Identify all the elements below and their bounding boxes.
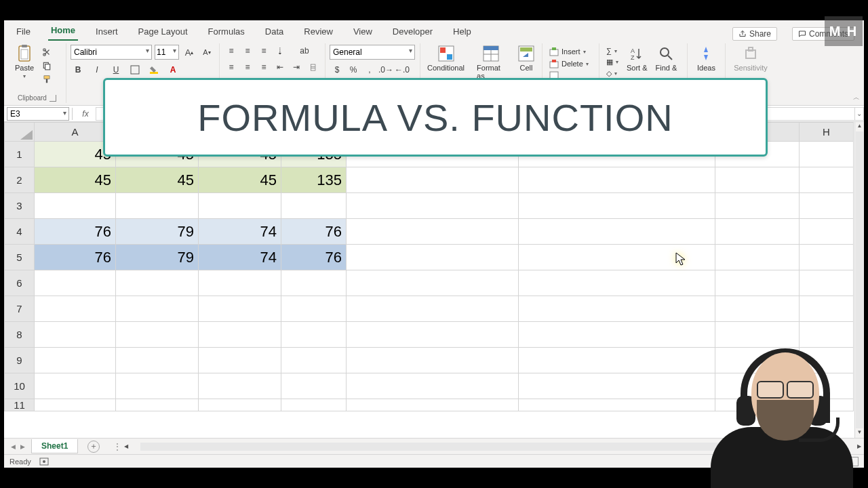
cell[interactable] <box>347 373 519 399</box>
row-header[interactable]: 9 <box>5 348 35 373</box>
insert-function-icon[interactable]: fx <box>79 108 92 120</box>
cell[interactable] <box>347 245 519 270</box>
cell[interactable] <box>347 348 519 373</box>
cell[interactable] <box>116 348 199 373</box>
bold-button[interactable]: B <box>71 64 85 76</box>
cell[interactable] <box>347 399 519 411</box>
cell[interactable]: 45 <box>199 167 281 193</box>
cell[interactable]: 76 <box>281 245 347 270</box>
cell[interactable] <box>715 296 800 322</box>
fill-color-icon[interactable] <box>146 64 161 76</box>
increase-decimal-icon[interactable]: .0→ <box>378 64 393 76</box>
align-bottom-icon[interactable]: ≡ <box>256 45 271 57</box>
cell[interactable] <box>116 193 199 219</box>
percent-format-icon[interactable]: % <box>346 64 361 76</box>
tab-data[interactable]: Data <box>262 26 286 41</box>
cell[interactable] <box>800 270 854 296</box>
comma-format-icon[interactable]: , <box>362 64 377 76</box>
decrease-indent-icon[interactable]: ⇤ <box>273 61 288 73</box>
cell[interactable] <box>347 193 519 219</box>
font-color-icon[interactable]: A <box>165 64 180 76</box>
format-painter-icon[interactable] <box>39 73 54 85</box>
cell[interactable] <box>281 399 347 411</box>
italic-button[interactable]: I <box>90 64 104 76</box>
orientation-icon[interactable]: ⭭ <box>273 45 288 57</box>
wrap-text-icon[interactable]: ab <box>297 45 312 57</box>
cell[interactable] <box>35 373 116 399</box>
cell[interactable] <box>35 296 116 322</box>
cell[interactable] <box>715 245 800 270</box>
cell[interactable] <box>519 270 715 296</box>
row-header[interactable]: 6 <box>5 270 35 296</box>
cell[interactable] <box>800 219 854 245</box>
cell[interactable] <box>199 270 281 296</box>
cell[interactable] <box>199 399 281 411</box>
row-header[interactable]: 7 <box>5 296 35 322</box>
increase-indent-icon[interactable]: ⇥ <box>289 61 304 73</box>
expand-formula-bar-icon[interactable]: ⌄ <box>854 107 864 121</box>
share-button[interactable]: Share <box>732 27 777 41</box>
align-middle-icon[interactable]: ≡ <box>240 45 255 57</box>
cell[interactable] <box>35 322 116 348</box>
row-header[interactable]: 10 <box>5 373 35 399</box>
cell[interactable] <box>715 193 800 219</box>
sheet-nav-next-icon[interactable]: ▶ <box>20 443 25 450</box>
cell[interactable] <box>281 193 347 219</box>
row-header[interactable]: 11 <box>5 399 35 411</box>
sort-filter-button[interactable]: AZ Sort & <box>624 43 650 73</box>
name-box[interactable] <box>7 107 69 121</box>
cell[interactable] <box>519 348 715 373</box>
cell[interactable] <box>800 193 854 219</box>
cell[interactable] <box>116 399 199 411</box>
cell[interactable] <box>199 296 281 322</box>
cell[interactable]: 45 <box>35 167 116 193</box>
row-header[interactable]: 8 <box>5 322 35 348</box>
scroll-left-icon[interactable]: ◀ <box>121 443 131 449</box>
cell[interactable] <box>800 245 854 270</box>
cell[interactable] <box>519 193 715 219</box>
cell[interactable] <box>800 296 854 322</box>
tab-page-layout[interactable]: Page Layout <box>136 26 191 41</box>
cell-styles-button[interactable]: Cell <box>515 43 538 73</box>
tab-file[interactable]: File <box>14 26 33 41</box>
cell[interactable]: 76 <box>35 219 116 245</box>
accounting-format-icon[interactable]: $ <box>330 64 344 76</box>
borders-icon[interactable] <box>127 64 142 76</box>
cell[interactable] <box>281 296 347 322</box>
row-header[interactable]: 1 <box>5 142 35 167</box>
cell[interactable] <box>519 296 715 322</box>
cell[interactable] <box>35 270 116 296</box>
autosum-icon[interactable]: ∑ ▾ <box>604 46 621 56</box>
cell[interactable]: 74 <box>199 245 281 270</box>
tab-formulas[interactable]: Formulas <box>205 26 248 41</box>
cell[interactable] <box>347 296 519 322</box>
cell[interactable]: 135 <box>281 167 347 193</box>
cell[interactable] <box>281 373 347 399</box>
delete-cells-button[interactable]: Delete▾ <box>547 58 591 69</box>
cell[interactable] <box>35 348 116 373</box>
cell[interactable] <box>519 373 715 399</box>
scroll-up-icon[interactable]: ▲ <box>855 122 864 131</box>
number-format-select[interactable] <box>330 45 415 60</box>
cell[interactable] <box>199 322 281 348</box>
cell[interactable] <box>347 270 519 296</box>
cell[interactable]: 76 <box>281 219 347 245</box>
cell[interactable]: 79 <box>116 245 199 270</box>
tab-help[interactable]: Help <box>450 26 474 41</box>
align-left-icon[interactable]: ≡ <box>224 61 239 73</box>
tab-review[interactable]: Review <box>301 26 336 41</box>
cell[interactable]: 45 <box>116 167 199 193</box>
increase-font-icon[interactable]: A▴ <box>182 46 197 58</box>
find-select-button[interactable]: Find & <box>653 43 680 73</box>
format-as-table-button[interactable]: Format as <box>474 43 508 81</box>
font-size-select[interactable] <box>155 45 179 60</box>
sheet-tab-sheet1[interactable]: Sheet1 <box>31 439 78 453</box>
cell[interactable] <box>199 373 281 399</box>
cell[interactable] <box>281 348 347 373</box>
sensitivity-button[interactable]: Sensitivity <box>731 43 770 73</box>
cell[interactable] <box>199 193 281 219</box>
cell[interactable] <box>715 219 800 245</box>
decrease-font-icon[interactable]: A▾ <box>199 46 214 58</box>
align-top-icon[interactable]: ≡ <box>224 45 239 57</box>
ideas-button[interactable]: Ideas <box>694 43 718 73</box>
